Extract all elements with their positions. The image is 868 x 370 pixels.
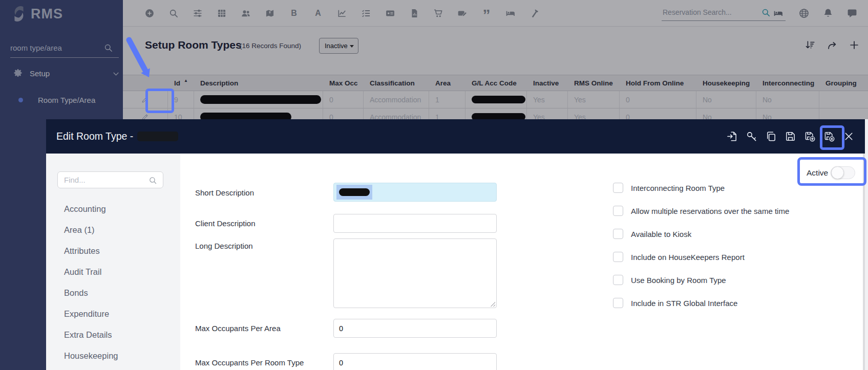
modal-sidebar: AccountingArea (1)AttributesAudit TrailB… [46,154,180,370]
modal-nav-item-extra-details[interactable]: Extra Details [64,324,172,345]
short-description-redaction [339,188,370,196]
checkbox-label: Available to Kiosk [631,230,691,238]
checkbox-row: Interconnecting Room Type [613,183,725,193]
max-occupants-area-input[interactable] [333,319,497,338]
max-occupants-room-type-input[interactable] [333,353,497,370]
modal-form: Short Description Client Description Lon… [180,154,865,370]
client-description-label: Client Description [195,219,256,228]
client-description-input[interactable] [333,214,497,233]
save-icon[interactable] [785,130,796,142]
screen: RMS room type/area Setup Room Type/Area … [0,0,868,370]
search-icon [149,176,157,185]
modal-title-redaction [137,132,178,141]
find-input[interactable] [64,172,146,188]
find-box[interactable] [57,171,163,188]
modal-nav-item-area-1-[interactable]: Area (1) [64,220,172,241]
modal-body: AccountingArea (1)AttributesAudit TrailB… [46,154,865,370]
active-toggle-knob [831,166,844,179]
copy-icon[interactable] [765,130,777,142]
doc-import-icon[interactable] [726,130,738,142]
short-description-label: Short Description [195,188,254,197]
save-close-icon[interactable] [823,130,835,142]
checkbox-label: Use Booking by Room Type [631,276,726,285]
save-add-icon[interactable] [804,130,816,142]
long-description-textarea[interactable] [333,238,497,308]
modal-nav: AccountingArea (1)AttributesAudit TrailB… [64,199,172,370]
modal-nav-item-online-options[interactable]: Online Options [64,366,172,370]
active-toggle-label: Active [807,168,828,178]
modal-title: Edit Room Type - [56,130,136,142]
modal-nav-item-attributes[interactable]: Attributes [64,241,172,262]
close-icon[interactable] [843,130,855,142]
modal-nav-item-housekeeping[interactable]: Housekeeping [64,345,172,366]
checkbox-row: Include in STR Global Interface [613,298,737,308]
modal-nav-item-audit-trail[interactable]: Audit Trail [64,262,172,282]
checkbox-label: Interconnecting Room Type [631,184,725,192]
modal-header: Edit Room Type - [46,119,865,154]
max-occupants-room-type-label: Max Occupants Per Room Type [195,358,304,367]
checkbox[interactable] [613,298,623,308]
checkbox-row: Use Booking by Room Type [613,275,726,285]
max-occupants-area-label: Max Occupants Per Area [195,324,281,333]
checkbox[interactable] [613,275,623,285]
checkbox-row: Allow multiple reservations over the sam… [613,206,789,216]
long-description-label: Long Description [195,242,253,250]
checkbox[interactable] [613,252,623,262]
short-description-selection [336,185,372,200]
checkbox-label: Include in STR Global Interface [631,299,737,308]
checkbox[interactable] [613,229,623,239]
checkbox-row: Available to Kiosk [613,229,691,239]
modal-header-icons [726,119,855,154]
edit-room-type-modal: Edit Room Type - AccountingArea (1)Attri… [46,119,865,370]
short-description-input[interactable] [333,183,497,202]
modal-nav-item-accounting[interactable]: Accounting [64,199,172,220]
modal-nav-item-expenditure[interactable]: Expenditure [64,303,172,324]
active-toggle[interactable] [831,166,855,179]
checkbox[interactable] [613,183,623,193]
checkbox-label: Include on HouseKeepers Report [631,253,745,262]
key-icon[interactable] [746,130,757,142]
checkbox-row: Include on HouseKeepers Report [613,252,745,262]
modal-nav-item-bonds[interactable]: Bonds [64,282,172,303]
checkbox-label: Allow multiple reservations over the sam… [631,207,789,215]
checkbox[interactable] [613,206,623,216]
page-scrollbar[interactable] [865,119,868,370]
